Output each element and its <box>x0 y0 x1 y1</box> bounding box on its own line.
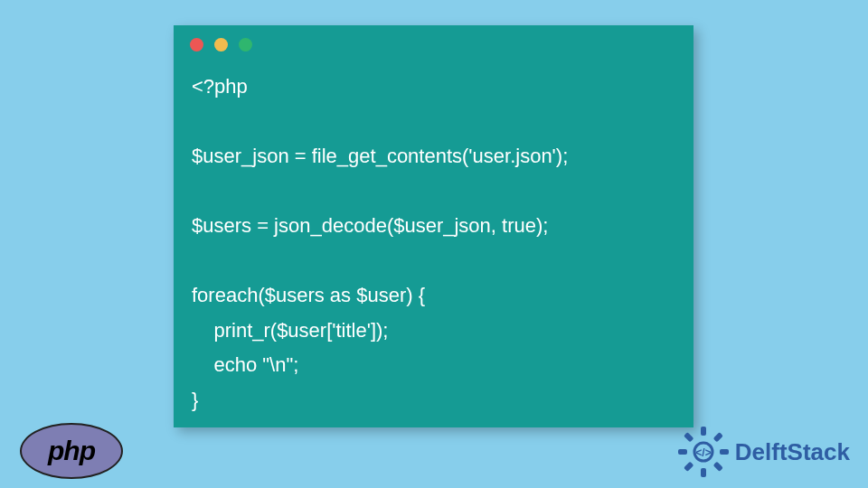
window-controls <box>174 25 693 61</box>
code-content: <?php $user_json = file_get_contents('us… <box>174 61 693 427</box>
window-control-minimize-icon <box>214 38 228 52</box>
php-logo-ellipse: php <box>20 423 123 479</box>
svg-rect-5 <box>712 432 722 442</box>
svg-rect-3 <box>678 449 687 455</box>
delftstack-gear-icon: </> <box>676 425 731 479</box>
php-logo: php <box>20 423 123 479</box>
svg-rect-6 <box>684 462 693 472</box>
svg-rect-1 <box>701 427 706 436</box>
delftstack-logo: </> DelftStack <box>676 425 850 479</box>
window-control-close-icon <box>190 38 203 52</box>
svg-rect-7 <box>684 432 693 442</box>
svg-rect-2 <box>701 468 706 477</box>
window-control-maximize-icon <box>239 38 252 52</box>
svg-rect-4 <box>720 449 729 455</box>
code-window: <?php $user_json = file_get_contents('us… <box>174 25 693 427</box>
svg-rect-8 <box>712 462 722 472</box>
svg-text:</>: </> <box>695 446 711 459</box>
php-logo-text: php <box>48 436 95 466</box>
delftstack-text: DelftStack <box>735 438 850 466</box>
